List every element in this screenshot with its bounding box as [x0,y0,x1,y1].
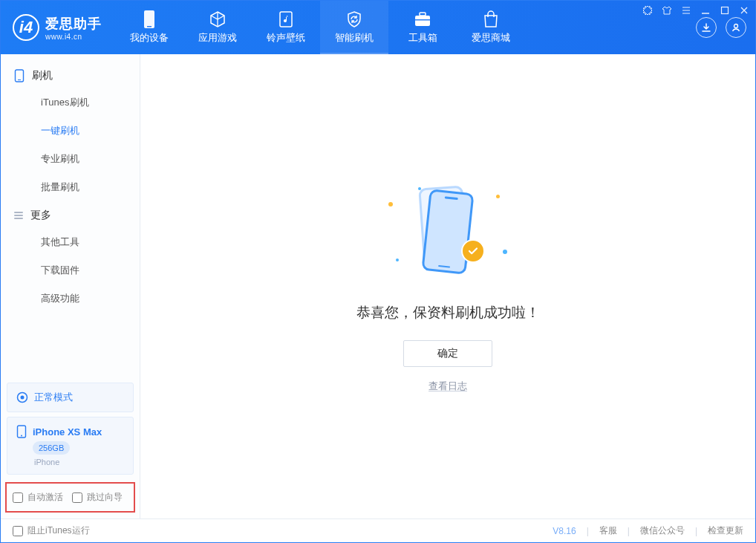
user-button[interactable] [726,17,746,38]
check-badge-icon [461,239,485,263]
main-nav: 我的设备 应用游戏 铃声壁纸 智能刷机 工具箱 爱思商城 [115,1,525,54]
version-label: V8.16 [553,526,576,536]
sidebar-item-itunes-flash[interactable]: iTunes刷机 [1,88,140,117]
sidebar-section-more[interactable]: 更多 [1,201,140,228]
main-pane: 恭喜您，保资料刷机成功啦！ 确定 查看日志 [140,54,755,518]
nav-label: 我的设备 [130,31,169,45]
svg-rect-0 [722,7,729,14]
svg-point-7 [734,25,738,28]
bag-icon [482,10,500,28]
list-icon [14,212,23,219]
settings-icon[interactable] [642,5,653,16]
minimize-icon[interactable] [700,5,711,16]
checkbox-input[interactable] [72,492,82,503]
device-capacity: 256GB [33,441,70,455]
nav-label: 应用游戏 [198,31,237,45]
device-phone-icon [16,425,27,438]
maximize-icon[interactable] [720,5,730,16]
checkbox-label: 阻止iTunes运行 [27,524,90,537]
phone-outline-icon [14,69,25,82]
logo-text: 爱思助手 www.i4.cn [45,15,102,41]
sidebar-item-other-tools[interactable]: 其他工具 [1,228,140,256]
sidebar-device-area: 正常模式 iPhone XS Max 256GB iPhone [1,380,140,479]
close-icon[interactable] [739,5,749,16]
app-header: i4 爱思助手 www.i4.cn 我的设备 应用游戏 铃声壁纸 智能刷机 工具… [1,1,755,54]
cube-icon [209,10,227,28]
checkbox-skip-guide[interactable]: 跳过向导 [72,491,123,504]
success-illustration [381,180,515,284]
sidebar-item-oneclick-flash[interactable]: 一键刷机 [1,117,140,145]
status-link-update[interactable]: 检查更新 [708,524,743,537]
nav-my-device[interactable]: 我的设备 [115,1,183,54]
status-link-support[interactable]: 客服 [599,524,617,537]
checkbox-input[interactable] [13,492,23,503]
svg-point-11 [21,396,25,400]
device-icon [140,10,158,28]
device-card[interactable]: iPhone XS Max 256GB iPhone [7,417,134,475]
menu-icon[interactable] [681,5,691,16]
mode-label: 正常模式 [34,391,73,404]
nav-label: 爱思商城 [472,31,510,45]
sidebar-item-download-firmware[interactable]: 下载固件 [1,256,140,284]
nav-ringtones[interactable]: 铃声壁纸 [252,1,320,54]
ok-button[interactable]: 确定 [403,340,492,367]
status-link-wechat[interactable]: 微信公众号 [640,524,685,537]
checkbox-label: 跳过向导 [87,491,123,504]
checkbox-label: 自动激活 [27,491,63,504]
logo-icon: i4 [13,14,39,41]
nav-label: 工具箱 [408,31,437,45]
section-title: 刷机 [32,69,53,82]
svg-rect-5 [420,13,426,16]
status-bar: 阻止iTunes运行 V8.16 | 客服 | 微信公众号 | 检查更新 [1,518,755,542]
logo-area: i4 爱思助手 www.i4.cn [1,1,115,54]
nav-label: 铃声壁纸 [267,31,305,45]
mode-icon [16,391,28,403]
section-title: 更多 [30,209,51,222]
svg-rect-9 [18,79,21,80]
sidebar-section-flash[interactable]: 刷机 [1,62,140,88]
svg-rect-1 [144,10,154,28]
device-mode-badge[interactable]: 正常模式 [7,383,134,412]
svg-point-13 [21,435,22,437]
app-body: 刷机 iTunes刷机 一键刷机 专业刷机 批量刷机 更多 其他工具 下载固件 … [1,54,755,518]
nav-store[interactable]: 爱思商城 [457,1,525,54]
download-button[interactable] [696,17,717,38]
shirt-icon[interactable] [662,5,672,16]
nav-toolbox[interactable]: 工具箱 [388,1,457,54]
svg-rect-6 [415,19,430,21]
checkbox-block-itunes[interactable]: 阻止iTunes运行 [13,524,90,537]
refresh-shield-icon [345,10,363,28]
toolbox-icon [414,10,431,28]
device-name: iPhone XS Max [33,426,102,438]
view-log-link[interactable]: 查看日志 [428,380,467,393]
checkbox-auto-activate[interactable]: 自动激活 [13,491,63,504]
nav-flash[interactable]: 智能刷机 [320,1,388,54]
sidebar-item-batch-flash[interactable]: 批量刷机 [1,173,140,201]
nav-apps[interactable]: 应用游戏 [183,1,252,54]
music-icon [277,10,295,28]
app-url: www.i4.cn [45,33,102,41]
svg-rect-2 [147,26,151,27]
svg-rect-4 [415,16,430,26]
success-title: 恭喜您，保资料刷机成功啦！ [356,303,540,322]
app-name: 爱思助手 [45,15,102,33]
window-controls [642,5,749,16]
sidebar: 刷机 iTunes刷机 一键刷机 专业刷机 批量刷机 更多 其他工具 下载固件 … [1,54,140,518]
flash-result: 恭喜您，保资料刷机成功啦！ 确定 查看日志 [356,180,540,393]
sidebar-footer-options: 自动激活 跳过向导 [5,482,135,513]
device-type: iPhone [16,458,59,466]
sidebar-item-pro-flash[interactable]: 专业刷机 [1,145,140,173]
nav-label: 智能刷机 [335,31,374,45]
sidebar-item-advanced[interactable]: 高级功能 [1,284,140,313]
checkbox-input[interactable] [13,526,23,536]
